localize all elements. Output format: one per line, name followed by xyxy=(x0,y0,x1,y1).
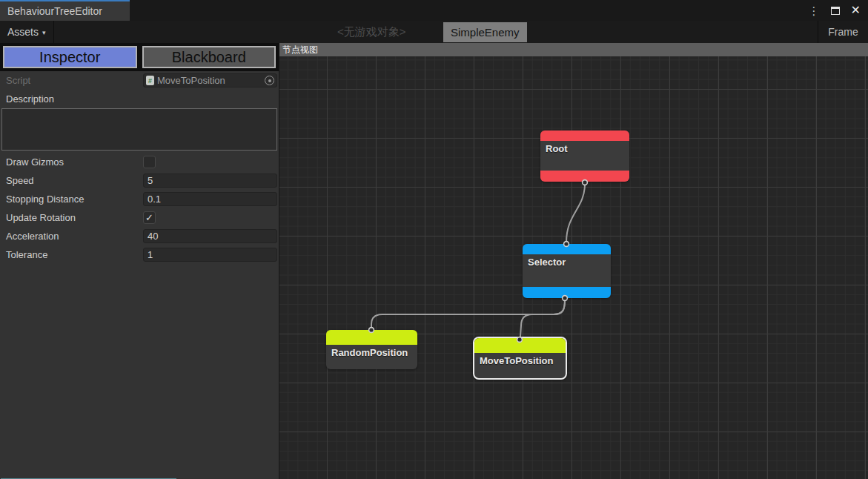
selected-asset-chip[interactable]: SimpleEnemy xyxy=(443,22,527,42)
node-view-header: 节点视图 xyxy=(279,43,868,56)
script-row: Script # MoveToPosition xyxy=(0,71,279,90)
prop-row-speed: Speed 5 xyxy=(0,171,279,190)
script-file-icon: # xyxy=(146,76,154,85)
title-bar: BehaviourTreeEditor ⋮ ✕ xyxy=(0,0,868,21)
assets-dropdown[interactable]: Assets ▾ xyxy=(0,21,54,43)
maximize-icon[interactable] xyxy=(831,7,840,15)
description-label: Description xyxy=(6,93,143,105)
panel-tabs: Inspector Blackboard xyxy=(0,43,279,71)
node-accent-bar xyxy=(523,287,611,298)
close-icon[interactable]: ✕ xyxy=(851,4,861,16)
draw-gizmos-checkbox[interactable] xyxy=(143,156,156,168)
frame-button[interactable]: Frame xyxy=(818,21,868,43)
node-randomposition[interactable]: RandomPosition xyxy=(326,330,417,369)
object-picker-icon[interactable] xyxy=(265,76,274,85)
tolerance-input[interactable]: 1 xyxy=(143,248,277,262)
node-title: Root xyxy=(540,141,629,171)
assets-dropdown-label: Assets xyxy=(7,26,39,38)
prop-label: Acceleration xyxy=(6,231,143,242)
window-title: BehaviourTreeEditor xyxy=(7,5,102,17)
chevron-down-icon: ▾ xyxy=(42,29,46,36)
description-textarea[interactable] xyxy=(1,108,277,151)
kebab-menu-icon[interactable]: ⋮ xyxy=(809,5,820,16)
prop-row-stopping-distance: Stopping Distance 0.1 xyxy=(0,190,279,208)
node-selector[interactable]: Selector xyxy=(523,244,611,298)
prop-row-update-rotation: Update Rotation ✓ xyxy=(0,208,279,227)
prop-row-tolerance: Tolerance 1 xyxy=(0,245,279,264)
prop-label: Tolerance xyxy=(6,249,143,260)
edge-selector-randomposition xyxy=(371,300,565,328)
no-gameobject-label: <无游戏对象> xyxy=(337,21,406,43)
window-tab[interactable]: BehaviourTreeEditor xyxy=(0,1,130,21)
script-object-field[interactable]: # MoveToPosition xyxy=(143,73,277,87)
prop-row-acceleration: Acceleration 40 xyxy=(0,227,279,245)
node-movetoposition[interactable]: MoveToPosition xyxy=(473,337,567,380)
node-accent-bar xyxy=(540,131,629,141)
stopping-distance-input[interactable]: 0.1 xyxy=(143,192,277,206)
window-controls: ⋮ ✕ xyxy=(809,0,861,21)
script-label: Script xyxy=(6,75,143,86)
node-title-text: Selector xyxy=(528,257,566,268)
acceleration-input[interactable]: 40 xyxy=(143,229,277,243)
prop-label: Draw Gizmos xyxy=(6,156,143,168)
tab-blackboard[interactable]: Blackboard xyxy=(142,46,276,68)
node-accent-bar xyxy=(540,171,629,182)
node-title-text: Root xyxy=(546,143,568,154)
node-accent-bar xyxy=(474,338,566,353)
prop-label: Stopping Distance xyxy=(6,194,143,205)
toolbar: Assets ▾ <无游戏对象> SimpleEnemy Frame xyxy=(0,21,868,43)
tab-inspector[interactable]: Inspector xyxy=(3,46,137,68)
prop-row-draw-gizmos: Draw Gizmos xyxy=(0,153,279,171)
node-title: Selector xyxy=(523,254,611,287)
edge-selector-movetoposition xyxy=(520,300,565,337)
prop-label: Speed xyxy=(6,175,143,186)
node-title: RandomPosition xyxy=(326,345,417,369)
inspector-panel: Inspector Blackboard Script # MoveToPosi… xyxy=(0,43,279,479)
node-accent-bar xyxy=(523,244,611,254)
speed-input[interactable]: 5 xyxy=(143,174,277,188)
node-title: MoveToPosition xyxy=(474,353,566,378)
node-root[interactable]: Root xyxy=(540,131,629,182)
inspector-content: Script # MoveToPosition Description Draw… xyxy=(0,71,279,479)
update-rotation-checkbox[interactable]: ✓ xyxy=(143,211,156,224)
edge-root-selector xyxy=(566,184,585,242)
node-accent-bar xyxy=(326,330,417,345)
node-title-text: RandomPosition xyxy=(331,347,408,358)
node-view-panel: 节点视图 Root Selector xyxy=(279,43,868,479)
prop-label: Update Rotation xyxy=(6,212,143,223)
description-label-row: Description xyxy=(0,90,279,108)
behaviour-tree-editor-window: BehaviourTreeEditor ⋮ ✕ Assets ▾ <无游戏对象>… xyxy=(0,0,868,479)
graph-canvas[interactable]: Root Selector RandomPosition xyxy=(279,56,868,479)
node-title-text: MoveToPosition xyxy=(480,355,553,366)
script-object-name: MoveToPosition xyxy=(157,75,262,86)
main-split: Inspector Blackboard Script # MoveToPosi… xyxy=(0,43,868,479)
